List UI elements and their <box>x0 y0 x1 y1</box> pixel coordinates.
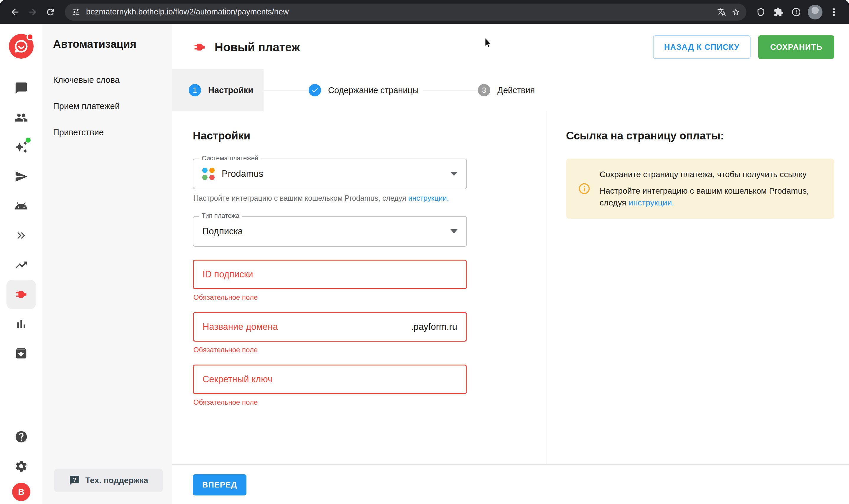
browser-profile-avatar[interactable] <box>808 5 823 19</box>
step-connector-2 <box>423 90 478 90</box>
growth-trending-icon[interactable] <box>6 250 36 280</box>
secret-key-error: Обязательное поле <box>193 398 546 407</box>
form-heading: Настройки <box>193 130 546 142</box>
payment-system-label: Система платежей <box>199 155 260 162</box>
rail-bottom: B <box>6 422 36 504</box>
domain-input[interactable] <box>202 322 405 332</box>
flows-double-chevron-icon[interactable] <box>6 221 36 250</box>
payment-system-helper: Настройте интеграцию с вашим кошельком P… <box>193 194 468 202</box>
svg-text:?: ? <box>73 476 76 483</box>
step-connector-1 <box>264 90 309 90</box>
audience-icon[interactable] <box>6 103 36 132</box>
domain-error: Обязательное поле <box>193 346 546 354</box>
info-box: Сохраните страницу платежа, чтобы получи… <box>566 159 834 219</box>
header-actions: НАЗАД К СПИСКУ СОХРАНИТЬ <box>653 35 834 59</box>
sidebar-title: Автоматизация <box>53 38 172 50</box>
online-status-dot <box>26 138 31 143</box>
broadcast-send-icon[interactable] <box>6 162 36 191</box>
step-actions-tab[interactable]: 3 Действия <box>478 84 535 96</box>
extension-icon-1[interactable] <box>753 4 769 20</box>
chats-icon[interactable] <box>6 73 36 103</box>
products-box-icon[interactable] <box>6 339 36 368</box>
ai-sparkles-icon[interactable] <box>6 132 36 162</box>
step2-label: Содержание страницы <box>328 86 419 95</box>
info-icon <box>578 182 591 195</box>
bots-android-icon[interactable] <box>6 191 36 221</box>
secret-key-input[interactable] <box>202 374 457 385</box>
chevron-down-icon <box>450 172 457 176</box>
sidebar-item-greeting[interactable]: Приветствие <box>42 119 172 146</box>
next-button[interactable]: ВПЕРЕД <box>193 474 247 496</box>
payment-type-label: Тип платежа <box>199 212 242 220</box>
page-title: Новый платеж <box>215 41 300 54</box>
extension-icon-2[interactable] <box>788 4 804 20</box>
address-bar[interactable]: bezmaternykh.bothelp.io/flow2/automation… <box>65 3 746 21</box>
payment-link-heading: Ссылка на страницу оплаты: <box>566 130 834 142</box>
payment-type-value: Подписка <box>202 226 243 237</box>
tech-support-label: Тех. поддержка <box>86 476 148 485</box>
browser-menu-icon[interactable] <box>826 4 842 20</box>
stats-bar-chart-icon[interactable] <box>6 309 36 339</box>
subscription-id-error: Обязательное поле <box>193 293 546 302</box>
info-line2: Настройте интеграцию с вашим кошельком P… <box>600 185 823 209</box>
help-icon[interactable] <box>6 422 36 452</box>
forward-icon[interactable] <box>25 4 41 20</box>
stepper: 1 Настройки Содержание страницы 3 Действ… <box>172 69 849 111</box>
info-line1: Сохраните страницу платежа, чтобы получи… <box>600 168 823 180</box>
payment-system-field: Система платежей Prodamus <box>193 159 467 189</box>
step-page-content-tab[interactable]: Содержание страницы <box>309 84 419 96</box>
check-icon <box>311 86 319 94</box>
payment-type-field: Тип платежа Подписка <box>193 216 467 247</box>
step3-label: Действия <box>497 86 535 95</box>
main-content: Новый платеж НАЗАД К СПИСКУ СОХРАНИТЬ 1 … <box>172 24 849 504</box>
reload-icon[interactable] <box>42 4 58 20</box>
subscription-id-input[interactable] <box>202 269 457 280</box>
info-text: Сохраните страницу платежа, чтобы получи… <box>600 168 823 209</box>
step1-label: Настройки <box>208 86 253 95</box>
save-button[interactable]: СОХРАНИТЬ <box>758 35 834 59</box>
settings-form: Настройки Система платежей Prodamus Наст… <box>172 111 546 464</box>
domain-suffix: .payform.ru <box>411 322 457 332</box>
subscription-id-field <box>193 260 467 289</box>
browser-toolbar: bezmaternykh.bothelp.io/flow2/automation… <box>0 0 849 24</box>
step3-circle: 3 <box>478 84 490 96</box>
content-area: Настройки Система платежей Prodamus Наст… <box>172 111 849 464</box>
chat-question-icon: ? <box>69 475 80 486</box>
translate-icon[interactable] <box>715 5 729 19</box>
bothelp-logo[interactable] <box>9 34 34 59</box>
prodamus-logo-icon <box>202 168 215 180</box>
automation-sidebar: Автоматизация Ключевые слова Прием плате… <box>42 24 172 504</box>
step1-circle: 1 <box>189 84 201 96</box>
sidebar-item-payments[interactable]: Прием платежей <box>42 93 172 119</box>
settings-gear-icon[interactable] <box>6 452 36 481</box>
payment-system-value: Prodamus <box>222 168 263 179</box>
payment-link-panel: Ссылка на страницу оплаты: Сохраните стр… <box>546 111 849 464</box>
app-window: B Автоматизация Ключевые слова Прием пла… <box>0 24 849 504</box>
chat-smile-icon <box>13 38 30 55</box>
instructions-link[interactable]: инструкции. <box>408 194 449 202</box>
rail-items <box>6 73 36 368</box>
user-avatar[interactable]: B <box>12 483 30 501</box>
page-header: Новый платеж НАЗАД К СПИСКУ СОХРАНИТЬ <box>172 35 849 59</box>
site-info-icon[interactable] <box>69 5 83 19</box>
icon-rail: B <box>0 24 42 504</box>
step-settings-tab[interactable]: 1 Настройки <box>172 69 264 111</box>
bookmark-star-icon[interactable] <box>729 5 743 19</box>
step2-check-circle <box>309 84 321 96</box>
notification-dot <box>26 33 34 40</box>
extensions-puzzle-icon[interactable] <box>771 4 787 20</box>
sidebar-item-keywords[interactable]: Ключевые слова <box>42 67 172 93</box>
back-to-list-button[interactable]: НАЗАД К СПИСКУ <box>653 35 751 59</box>
payment-type-select[interactable]: Подписка <box>193 216 467 247</box>
instructions-link[interactable]: инструкции. <box>629 198 674 207</box>
secret-key-field <box>193 365 467 394</box>
payments-plug-icon[interactable] <box>6 280 36 309</box>
tech-support-button[interactable]: ? Тех. поддержка <box>54 469 163 492</box>
back-icon[interactable] <box>7 4 23 20</box>
domain-field: .payform.ru <box>193 312 467 342</box>
helper-text: Настройте интеграцию с вашим кошельком P… <box>193 194 408 202</box>
url-text[interactable]: bezmaternykh.bothelp.io/flow2/automation… <box>86 7 715 17</box>
form-footer: ВПЕРЕД <box>172 464 849 504</box>
payment-system-select[interactable]: Prodamus <box>193 159 467 189</box>
chevron-down-icon <box>450 229 457 233</box>
